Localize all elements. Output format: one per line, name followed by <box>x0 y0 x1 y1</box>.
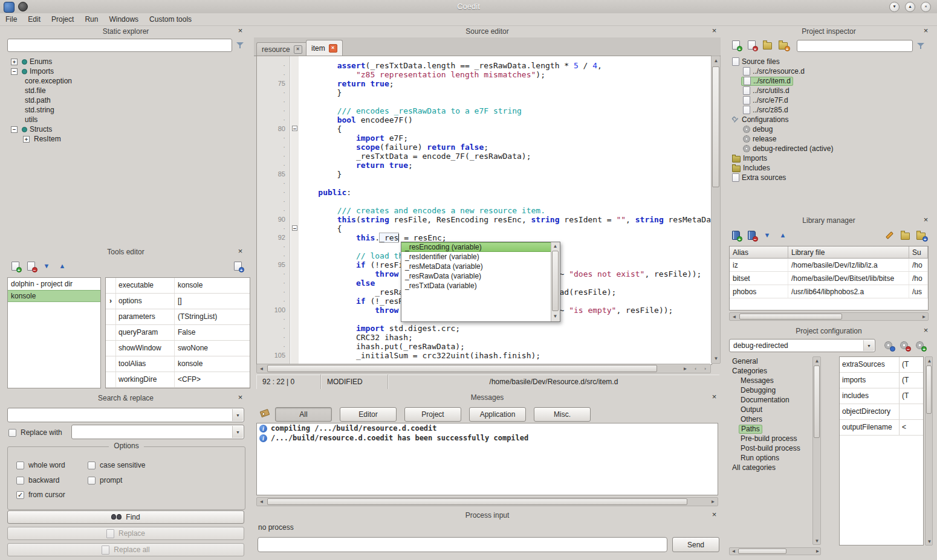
prop-row[interactable]: ›options[] <box>106 294 250 309</box>
tab-resource[interactable]: resource × <box>256 42 308 56</box>
tree-item[interactable]: Debugging <box>725 385 812 395</box>
config-prop-row[interactable]: extraSources(T <box>840 357 923 373</box>
tree-item[interactable]: ../src/item.d <box>725 76 932 86</box>
prop-value[interactable] <box>900 404 923 419</box>
add-tool-button[interactable]: + <box>7 259 23 273</box>
open-folder-button[interactable] <box>759 37 775 52</box>
tree-item[interactable]: Includes <box>725 163 932 173</box>
chevron-down-icon[interactable]: ▼ <box>232 426 243 438</box>
scroll-down-icon[interactable]: ▼ <box>551 313 559 320</box>
process-input-field[interactable] <box>258 537 667 552</box>
completion-item[interactable]: _resRawData (variable) <box>401 271 551 281</box>
add-folder-button[interactable]: + <box>775 37 791 52</box>
scroll-up-icon[interactable]: ▲ <box>926 358 933 365</box>
scroll-down-icon[interactable]: ▼ <box>712 355 720 362</box>
scrollbar-thumb[interactable] <box>267 498 687 505</box>
scrollbar-thumb[interactable] <box>738 549 786 554</box>
tree-item[interactable]: Output <box>725 405 812 414</box>
filter-button-all[interactable]: All <box>275 407 332 422</box>
tree-item[interactable]: ../src/resource.d <box>725 66 932 76</box>
scroll-right-icon[interactable]: ► <box>920 314 928 321</box>
config-select[interactable]: debug-redirected ▼ <box>729 339 875 352</box>
table-header-cell[interactable]: Su <box>909 246 928 259</box>
filter-button-project[interactable]: Project <box>404 407 461 422</box>
close-icon[interactable]: × <box>710 27 719 36</box>
list-item[interactable]: konsole <box>8 290 100 302</box>
scroll-left-icon[interactable]: ◄ <box>730 548 738 555</box>
move-library-up-button[interactable]: ▲ <box>775 228 791 242</box>
prop-value[interactable]: <CFP> <box>175 372 250 387</box>
checkbox-prompt[interactable]: prompt <box>88 476 122 484</box>
remove-tool-button[interactable]: − <box>23 259 39 273</box>
remove-config-button[interactable]: − <box>896 338 912 352</box>
fold-icon[interactable]: − <box>292 126 297 131</box>
clone-tool-button[interactable]: + <box>230 259 245 273</box>
prop-row[interactable]: workingDire<CFP> <box>106 372 250 388</box>
fold-icon[interactable]: − <box>292 225 297 231</box>
close-icon[interactable]: × <box>236 27 245 36</box>
tree-item[interactable]: core.exception <box>5 76 247 86</box>
expand-icon[interactable]: + <box>23 136 30 143</box>
collapse-icon[interactable]: − <box>11 68 18 75</box>
tree-item[interactable]: Paths <box>725 424 812 434</box>
tree-item[interactable]: Run options <box>725 453 812 463</box>
editor-vscrollbar[interactable]: ▲ ▼ <box>711 56 721 364</box>
tree-item[interactable]: +ResItem <box>5 134 247 144</box>
scroll-page-right-icon[interactable]: › <box>701 365 709 373</box>
tree-item[interactable]: debug-redirected (active) <box>725 144 932 153</box>
chevron-down-icon[interactable]: ▼ <box>232 409 243 421</box>
prop-value[interactable]: swoNone <box>175 341 250 356</box>
scrollbar-thumb[interactable] <box>267 365 657 372</box>
scrollbar-thumb[interactable] <box>712 66 719 187</box>
table-row[interactable]: phobos/usr/lib64/libphobos2.a/us <box>730 285 928 298</box>
tab-item[interactable]: item × <box>306 40 343 56</box>
table-header-cell[interactable]: Alias <box>730 246 788 259</box>
close-icon[interactable]: × <box>710 510 719 520</box>
config-prop-row[interactable]: objectDirectory <box>840 404 923 420</box>
chevron-down-icon[interactable]: ▼ <box>863 340 874 351</box>
checkbox-case-sensitive[interactable]: case sensitive <box>88 461 145 469</box>
move-library-down-button[interactable]: ▼ <box>759 228 775 242</box>
prop-value[interactable]: konsole <box>175 278 250 293</box>
checkbox-from-cursor[interactable]: from cursor <box>16 491 65 499</box>
tree-item[interactable]: Imports <box>725 153 932 163</box>
prop-value[interactable]: (T <box>900 388 923 404</box>
scroll-left-icon[interactable]: ◄ <box>258 498 265 506</box>
scroll-left-icon[interactable]: ◄ <box>730 314 738 321</box>
table-row[interactable]: iz/home/basile/Dev/Iz/lib/iz.a/ho <box>730 259 928 272</box>
tree-item[interactable]: Pre-build process <box>725 434 812 443</box>
prop-value[interactable]: (T <box>900 373 923 388</box>
tree-item[interactable]: std.path <box>5 95 247 105</box>
messages-options-button[interactable] <box>257 406 273 420</box>
move-tool-up-button[interactable]: ▲ <box>54 259 70 273</box>
checkbox-box[interactable] <box>8 429 16 437</box>
remove-library-button[interactable]: − <box>744 228 759 242</box>
prop-row[interactable]: parameters(TStringList) <box>106 309 250 325</box>
config-prop-row[interactable]: imports(T <box>840 373 923 388</box>
send-button[interactable]: Send <box>672 537 719 552</box>
prop-value[interactable]: False <box>175 325 250 340</box>
tree-item[interactable]: std.string <box>5 105 247 115</box>
scrollbar-thumb[interactable] <box>552 251 559 311</box>
add-library-button[interactable]: + <box>728 228 744 242</box>
menu-item-edit[interactable]: Edit <box>22 14 46 25</box>
tab-close-icon[interactable]: × <box>329 44 337 53</box>
completion-item[interactable]: _resMetaData (variable) <box>401 262 551 271</box>
close-icon[interactable]: × <box>921 27 930 36</box>
static-explorer-filter-button[interactable] <box>232 38 248 53</box>
scroll-up-icon[interactable]: ▲ <box>712 57 720 65</box>
scroll-page-left-icon[interactable]: ‹ <box>692 365 699 373</box>
search-combo[interactable]: ▼ <box>7 408 244 422</box>
tree-item[interactable]: ../src/utils.d <box>725 86 932 95</box>
scroll-up-icon[interactable]: ▲ <box>551 243 559 250</box>
messages-list[interactable]: icompiling /.../build/resource.d.coediti… <box>256 423 718 495</box>
message-row[interactable]: i/.../build/resource.d.coedit has been s… <box>257 433 718 443</box>
checkbox-box[interactable] <box>88 477 96 484</box>
tree-item[interactable]: Source files <box>725 57 932 66</box>
prop-row[interactable]: showWindowswoNone <box>106 341 250 356</box>
checkbox-whole-word[interactable]: whole word <box>16 461 65 469</box>
close-button[interactable]: × <box>921 2 931 12</box>
replace-all-button[interactable]: Replace all <box>7 543 244 556</box>
completion-item[interactable]: _resTxtData (variable) <box>401 281 551 291</box>
list-item[interactable]: dolphin - project dir <box>8 278 100 290</box>
